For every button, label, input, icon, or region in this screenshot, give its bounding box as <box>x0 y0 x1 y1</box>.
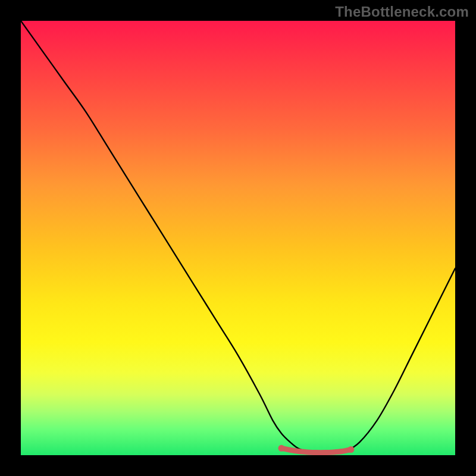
optimal-end-dot <box>347 446 354 453</box>
plot-area <box>21 21 455 455</box>
optimal-start-dot <box>278 445 285 452</box>
series-bottleneck-curve <box>21 21 455 453</box>
chart-frame: TheBottleneck.com <box>0 0 476 476</box>
watermark-text: TheBottleneck.com <box>335 4 469 20</box>
series-optimal-band <box>281 448 351 452</box>
chart-svg <box>21 21 455 455</box>
